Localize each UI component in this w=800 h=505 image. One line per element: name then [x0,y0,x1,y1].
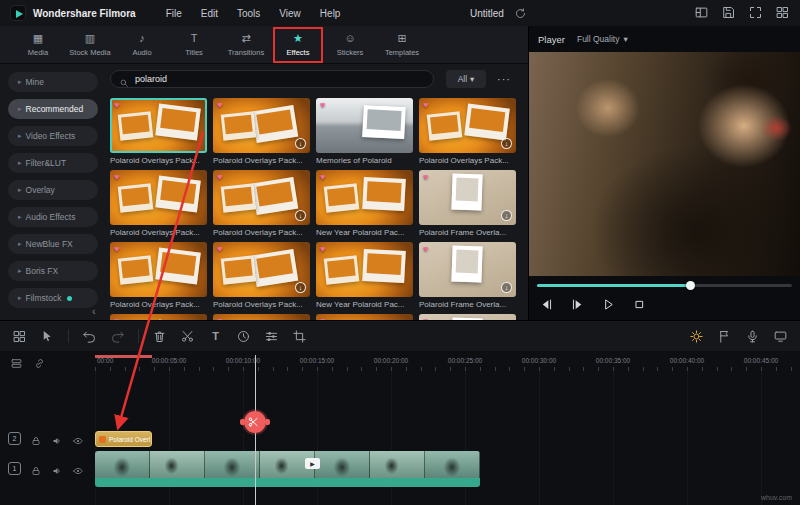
sidebar-item-overlay[interactable]: ▸Overlay [8,180,98,200]
overlay-effect-clip[interactable]: Polaroid Overl... [95,431,152,447]
tab-effects[interactable]: ★Effects [272,26,324,63]
download-icon[interactable]: ↓ [295,210,306,221]
favorite-heart-icon[interactable]: ♥ [217,100,222,110]
apps-grid-icon[interactable] [775,5,790,20]
favorite-heart-icon[interactable]: ♥ [423,100,428,110]
delete-icon[interactable] [152,329,167,344]
effect-item[interactable]: ♥↓Polaroid Frame Overla... [419,242,516,309]
sidebar-item-recommended[interactable]: ▸Recommended [8,99,98,119]
save-icon[interactable] [721,5,736,20]
sidebar-item-audio-effects[interactable]: ▸Audio Effects [8,207,98,227]
effect-item[interactable]: ♥↓Polaroid Overlays Pack... [213,98,310,165]
effect-item[interactable]: ♥↓Polaroid Overlays Pack... [213,242,310,309]
tab-audio[interactable]: ♪Audio [116,26,168,63]
redo-icon[interactable] [110,329,125,344]
sidebar-collapse-button[interactable]: ‹ [92,305,96,317]
hide-eye-icon[interactable] [72,463,84,475]
download-icon[interactable]: ↓ [295,282,306,293]
undo-icon[interactable] [82,329,97,344]
speed-clock-icon[interactable] [236,329,251,344]
search-input[interactable] [135,74,425,84]
tab-stickers[interactable]: ☺Stickers [324,26,376,63]
effect-item[interactable]: ♥Polaroid Overlays Pack... [110,242,207,309]
favorite-heart-icon[interactable]: ♥ [114,172,119,182]
media-view-icon[interactable] [12,329,27,344]
playback-progress-bar[interactable] [537,284,792,287]
previous-frame-button[interactable] [539,297,554,312]
favorite-heart-icon[interactable]: ♥ [423,244,428,254]
favorite-heart-icon[interactable]: ♥ [217,316,222,320]
tab-templates[interactable]: ⊞Templates [376,26,428,63]
text-tool-icon[interactable]: T [208,329,223,344]
sidebar-item-newblue-fx[interactable]: ▸NewBlue FX [8,234,98,254]
sync-icon[interactable] [514,6,527,19]
marker-flag-icon[interactable] [717,329,732,344]
favorite-heart-icon[interactable]: ♥ [320,244,325,254]
video-clip[interactable]: ▶ [95,451,480,487]
next-frame-button[interactable] [570,297,585,312]
voiceover-mic-icon[interactable] [745,329,760,344]
sidebar-item-video-effects[interactable]: ▸Video Effects [8,126,98,146]
favorite-heart-icon[interactable]: ♥ [217,172,222,182]
tab-titles[interactable]: TTitles [168,26,220,63]
download-icon[interactable]: ↓ [501,282,512,293]
tab-transitions[interactable]: ⇄Transitions [220,26,272,63]
mute-speaker-icon[interactable] [51,433,63,445]
lock-icon[interactable] [30,433,42,445]
sidebar-item-filmstock[interactable]: ▸Filmstock [8,288,98,308]
video-preview[interactable] [529,52,800,276]
download-icon[interactable]: ↓ [501,210,512,221]
tab-media[interactable]: ▦Media [12,26,64,63]
menu-view[interactable]: View [279,8,301,19]
favorite-heart-icon[interactable]: ♥ [320,316,325,320]
menu-tools[interactable]: Tools [237,8,260,19]
menu-edit[interactable]: Edit [201,8,218,19]
favorite-heart-icon[interactable]: ♥ [320,100,325,110]
split-scissors-icon[interactable] [180,329,195,344]
favorite-heart-icon[interactable]: ♥ [114,244,119,254]
sidebar-item-mine[interactable]: ▸Mine [8,72,98,92]
link-clips-icon[interactable] [33,356,46,369]
crop-icon[interactable] [292,329,307,344]
effect-item[interactable]: ♥New Year Polaroid Pac... [316,242,413,309]
timeline-ruler[interactable]: 00:00 00:00:05:00 00:00:10:00 00:00:15:0… [95,355,800,371]
progress-knob[interactable] [686,281,695,290]
manage-tracks-icon[interactable] [10,356,23,369]
effect-item[interactable]: ♥New Year Polaroid Pac... [316,170,413,237]
favorite-heart-icon[interactable]: ♥ [114,100,119,110]
stop-button[interactable] [632,297,647,312]
tab-stock-media[interactable]: ▥Stock Media [64,26,116,63]
favorite-heart-icon[interactable]: ♥ [423,172,428,182]
mute-speaker-icon[interactable] [51,463,63,475]
filter-dropdown[interactable]: All▾ [446,70,486,88]
effect-item[interactable]: ♥Polaroid Overlays Pack... [110,98,207,165]
download-icon[interactable]: ↓ [295,138,306,149]
fullscreen-icon[interactable] [748,5,763,20]
more-options-button[interactable]: ··· [497,70,511,88]
favorite-heart-icon[interactable]: ♥ [423,316,428,320]
favorite-heart-icon[interactable]: ♥ [320,172,325,182]
lock-icon[interactable] [30,463,42,475]
download-icon[interactable]: ↓ [501,138,512,149]
playhead-split-button[interactable] [244,411,266,433]
sidebar-item-filter-lut[interactable]: ▸Filter&LUT [8,153,98,173]
play-button[interactable] [601,297,616,312]
effect-item[interactable]: ♥↓Polaroid Frame Overla... [419,170,516,237]
favorite-heart-icon[interactable]: ♥ [217,244,222,254]
quality-dropdown[interactable]: Full Quality▾ [577,34,628,44]
chevron-icon: ▸ [18,78,22,86]
render-preview-icon[interactable] [689,329,704,344]
menu-help[interactable]: Help [320,8,341,19]
select-tool-icon[interactable] [40,329,55,344]
effect-item[interactable]: ♥↓Polaroid Overlays Pack... [419,98,516,165]
menu-file[interactable]: File [166,8,182,19]
adjust-sliders-icon[interactable] [264,329,279,344]
hide-eye-icon[interactable] [72,433,84,445]
layout-panels-icon[interactable] [694,5,709,20]
favorite-heart-icon[interactable]: ♥ [114,316,119,320]
effect-item[interactable]: ♥Memories of Polaroid [316,98,413,165]
effect-item[interactable]: ♥↓Polaroid Overlays Pack... [213,170,310,237]
sidebar-item-boris-fx[interactable]: ▸Boris FX [8,261,98,281]
effect-item[interactable]: ♥Polaroid Overlays Pack... [110,170,207,237]
screen-record-icon[interactable] [773,329,788,344]
